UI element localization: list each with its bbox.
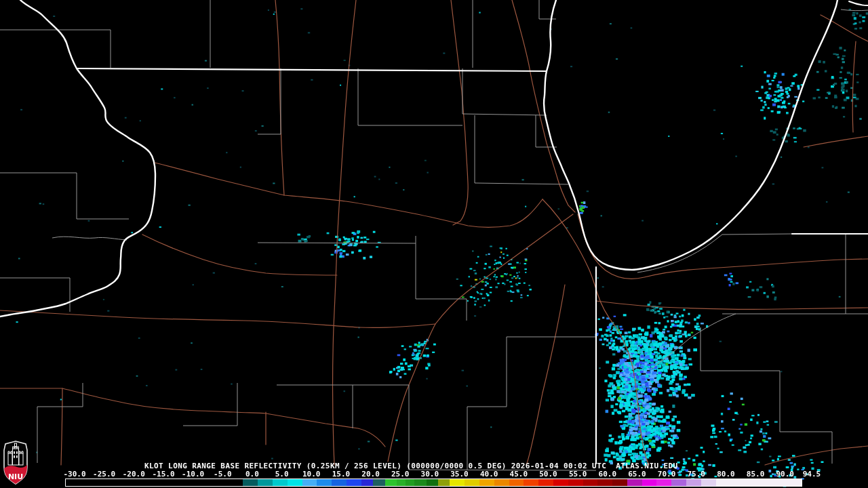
scale-tick-label: 94.5 <box>803 470 821 479</box>
scale-tick-label: 20.0 <box>361 470 380 479</box>
scale-tick-label: -10.0 <box>182 470 204 479</box>
reflectivity-scale-labels: -30.0-25.0-20.0-15.0-10.0-5.00.05.010.01… <box>0 470 868 478</box>
scale-tick-label: 25.0 <box>391 470 410 479</box>
scale-tick-label: 0.0 <box>245 470 259 479</box>
scale-tick-label: 65.0 <box>628 470 646 479</box>
scale-tick-label: 50.0 <box>539 470 557 479</box>
scale-tick-label: 45.0 <box>510 470 528 479</box>
scale-tick-label: 90.0 <box>776 470 794 479</box>
scale-tick-label: 35.0 <box>450 470 469 479</box>
scale-tick-label: 5.0 <box>275 470 289 479</box>
scale-tick-label: 55.0 <box>569 470 587 479</box>
scale-tick-label: 30.0 <box>421 470 439 479</box>
northeast-corner-shoreline <box>849 1 868 5</box>
radar-display: KLOT LONG RANGE BASE REFLECTIVITY (0.25K… <box>0 0 868 488</box>
scale-tick-label: -5.0 <box>214 470 232 479</box>
state-border-lines <box>0 0 868 464</box>
niu-logo: NIU <box>2 440 29 486</box>
scale-tick-label: 70.0 <box>658 470 676 479</box>
scale-tick-label: 80.0 <box>717 470 735 479</box>
scale-tick-label: -20.0 <box>123 470 145 479</box>
niu-wordmark: NIU <box>8 472 23 481</box>
scale-tick-label: 85.0 <box>747 470 765 479</box>
scale-tick-label: 40.0 <box>480 470 498 479</box>
scale-tick-label: -15.0 <box>152 470 174 479</box>
base-map <box>0 0 868 488</box>
scale-tick-label: -30.0 <box>63 470 85 479</box>
wisconsin-illinois-border <box>77 68 547 71</box>
reflectivity-colorbar <box>65 479 802 487</box>
reflectivity-colorbar-gradient <box>66 479 802 486</box>
scale-tick-label: -25.0 <box>93 470 115 479</box>
scale-tick-label: 15.0 <box>332 470 351 479</box>
scale-tick-label: 10.0 <box>302 470 321 479</box>
road-lines <box>0 0 868 465</box>
scale-tick-label: 75.0 <box>687 470 705 479</box>
scale-tick-label: 60.0 <box>599 470 617 479</box>
lake-michigan-shoreline <box>544 0 837 270</box>
mississippi-river <box>0 0 155 317</box>
